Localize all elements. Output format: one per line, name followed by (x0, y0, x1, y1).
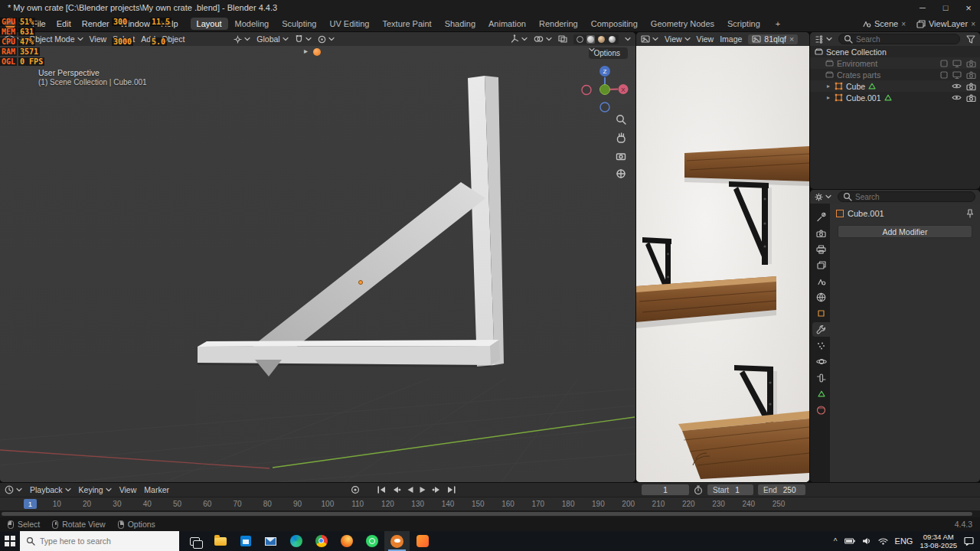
xray-toggle[interactable] (558, 35, 567, 43)
model-horizontal-plank-top[interactable] (198, 340, 499, 347)
model-diagonal-beam[interactable] (253, 182, 485, 362)
properties-tab-physics[interactable] (812, 354, 830, 369)
model-horizontal-plank-front[interactable] (198, 346, 491, 365)
properties-tab-tool[interactable] (812, 210, 830, 224)
ruler-frame-110[interactable]: 110 (351, 500, 364, 508)
add-modifier-button[interactable]: Add Modifier (838, 225, 972, 238)
properties-tab-data[interactable] (812, 386, 830, 401)
ruler-frame-140[interactable]: 140 (442, 500, 455, 508)
shading-material-button[interactable] (597, 35, 606, 44)
taskbar-app-task-view[interactable] (182, 531, 207, 551)
viewport-canvas[interactable]: Z X (0, 46, 635, 482)
active-tool-icon[interactable] (313, 48, 321, 56)
shading-dropdown-icon[interactable] (625, 37, 631, 41)
exclude-checkbox[interactable] (940, 60, 948, 67)
unlink-viewlayer-icon[interactable]: × (971, 20, 975, 28)
ruler-frame-120[interactable]: 120 (381, 500, 394, 508)
editor-type-button[interactable] (5, 485, 22, 494)
unlink-scene-icon[interactable]: × (901, 20, 906, 28)
ruler-frame-20[interactable]: 20 (83, 500, 91, 508)
gizmo-y-axis[interactable] (600, 85, 610, 95)
properties-search-input[interactable] (855, 193, 970, 201)
ruler-frame-80[interactable]: 80 (263, 500, 272, 508)
battery-icon[interactable] (844, 538, 855, 544)
disable-render-icon[interactable] (966, 71, 976, 79)
ruler-frame-170[interactable]: 170 (531, 500, 544, 508)
disable-viewport-icon[interactable] (952, 60, 962, 67)
ruler-frame-240[interactable]: 240 (742, 500, 755, 508)
model-foot-wedge[interactable] (255, 360, 282, 377)
close-button[interactable]: × (957, 0, 980, 15)
properties-tab-constraints[interactable] (812, 370, 830, 385)
mode-selector[interactable]: Object Mode (29, 34, 83, 44)
menu-keying[interactable]: Keying (79, 485, 112, 494)
menu-marker[interactable]: Marker (144, 485, 169, 494)
exclude-checkbox[interactable] (940, 71, 948, 79)
orthographic-toggle-icon[interactable] (617, 170, 625, 178)
gizmo-minus-z-axis[interactable] (600, 103, 609, 112)
menu-view[interactable]: View (119, 485, 137, 494)
disable-render-icon[interactable] (966, 94, 976, 102)
image-editor[interactable]: View View Image 81qlqf × (636, 32, 809, 482)
taskbar-app-media-player[interactable] (410, 531, 435, 551)
outliner-item-cube[interactable]: ▸Cube (810, 80, 980, 92)
volume-icon[interactable] (862, 537, 871, 545)
ruler-frame-10[interactable]: 10 (53, 500, 61, 508)
reference-photo[interactable] (636, 46, 809, 482)
ruler-frame-60[interactable]: 60 (203, 500, 211, 508)
outliner-item-enviroment[interactable]: Enviroment (810, 57, 980, 69)
properties-search[interactable] (838, 191, 975, 202)
ruler-frame-50[interactable]: 50 (173, 500, 181, 508)
properties-tab-render[interactable] (812, 226, 830, 240)
outliner-search[interactable] (838, 34, 960, 44)
disable-render-icon[interactable] (966, 83, 976, 90)
properties-tab-particles[interactable] (812, 338, 830, 353)
notification-center-icon[interactable] (964, 536, 974, 546)
editor-type-button[interactable] (815, 193, 831, 201)
viewlayer-selector[interactable]: ViewLayer × (916, 19, 975, 28)
taskbar-app-whatsapp[interactable] (359, 531, 384, 551)
properties-tab-scene[interactable] (812, 274, 830, 289)
workspace-tab-texture-paint[interactable]: Texture Paint (376, 18, 437, 30)
properties-panel[interactable]: Cube.001 Add Modifier (810, 190, 980, 482)
play-button[interactable] (419, 486, 427, 494)
taskbar-app-firefox[interactable] (334, 531, 359, 551)
shading-solid-button[interactable] (586, 35, 595, 44)
camera-view-icon[interactable] (617, 154, 626, 160)
network-icon[interactable] (878, 538, 888, 545)
shading-wireframe-button[interactable] (576, 35, 584, 44)
menu-image[interactable]: Image (720, 34, 742, 44)
pan-hand-icon[interactable] (618, 133, 626, 142)
image-datablock-selector[interactable]: 81qlqf × (748, 34, 798, 44)
add-workspace-button[interactable]: + (769, 18, 786, 30)
workspace-tab-uv-editing[interactable]: UV Editing (323, 18, 375, 30)
timeline-ruler[interactable]: 1 10203040506070809010011012013014015016… (0, 497, 980, 510)
menu-select[interactable]: Select (113, 34, 135, 44)
workspace-tab-sculpting[interactable]: Sculpting (276, 18, 322, 30)
expand-arrow[interactable]: ▸ (825, 94, 831, 101)
taskbar-search-input[interactable] (40, 536, 173, 546)
properties-tab-view-layer[interactable] (812, 258, 830, 272)
proportional-edit-toggle[interactable] (318, 35, 335, 44)
image-mode-selector[interactable]: View (665, 34, 691, 44)
timeline-scrollbar[interactable] (0, 510, 980, 517)
options-button[interactable]: Options (589, 47, 628, 59)
ruler-frame-70[interactable]: 70 (233, 500, 241, 508)
playhead[interactable]: 1 (24, 499, 37, 509)
ruler-frame-180[interactable]: 180 (562, 500, 575, 508)
disable-render-icon[interactable] (966, 60, 976, 67)
taskbar-search[interactable] (20, 531, 179, 551)
taskbar-app-store[interactable] (233, 531, 258, 551)
ruler-frame-40[interactable]: 40 (143, 500, 152, 508)
jump-to-start-button[interactable] (377, 486, 387, 494)
workspace-tab-animation[interactable]: Animation (482, 18, 532, 30)
workspace-tab-layout[interactable]: Layout (191, 18, 228, 30)
outliner[interactable]: Scene CollectionEnviromentCrates parts▸C… (810, 32, 980, 189)
ruler-frame-30[interactable]: 30 (113, 500, 121, 508)
orientation-selector[interactable]: Global (256, 34, 288, 44)
snap-toggle[interactable] (295, 35, 312, 44)
overlays-button[interactable] (534, 35, 552, 43)
ruler-frame-230[interactable]: 230 (712, 500, 725, 508)
ruler-frame-160[interactable]: 160 (501, 500, 514, 508)
auto-keying-toggle[interactable] (351, 485, 360, 494)
